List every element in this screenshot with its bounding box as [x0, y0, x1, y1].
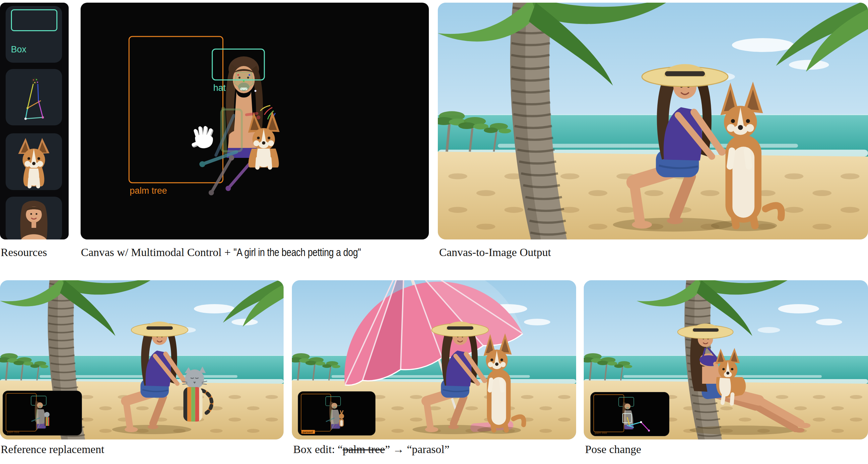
hand-cursor-icon — [193, 128, 213, 148]
dog-thumbnail — [6, 133, 62, 190]
resource-box-tile[interactable]: Box — [6, 6, 62, 63]
inset-canvas: palm tree — [590, 392, 669, 436]
svg-text:palm tree: palm tree — [7, 431, 19, 434]
box-edit-prefix: Box edit: “ — [293, 443, 343, 455]
result-box-edit: parasol — [292, 280, 576, 439]
canvas-to-image-output — [438, 3, 868, 240]
caption-resources: Resources — [1, 246, 47, 259]
box-edit-strike: palm tree — [343, 443, 385, 455]
inset-canvas: palm tree — [3, 391, 82, 435]
canvas-panel[interactable]: palm tree — [81, 3, 429, 240]
resource-dog-tile[interactable] — [6, 133, 62, 190]
box-outline-icon — [11, 9, 57, 31]
caption-canvas-prompt: "A girl in the beach petting a dog" — [234, 246, 361, 259]
box-edit-arrow: ” → “ — [385, 443, 412, 455]
caption-canvas-prefix: Canvas w/ Multimodal Control + — [81, 246, 234, 258]
caption-pose-change: Pose change — [585, 443, 641, 456]
palm-tree-box-label: palm tree — [130, 186, 167, 196]
box-label: Box — [11, 44, 27, 55]
canvas-svg: palm tree — [81, 3, 429, 240]
resource-girl-tile[interactable] — [6, 197, 62, 240]
resources-panel: Box — [0, 3, 69, 240]
svg-text:parasol: parasol — [303, 431, 313, 434]
box-edit-suffix: parasol” — [412, 443, 450, 455]
caption-box-edit: Box edit: “palm tree” → “parasol” — [293, 443, 450, 456]
svg-text:palm tree: palm tree — [595, 431, 607, 434]
result-pose-change: palm tree — [584, 280, 868, 439]
beach-photo-output — [438, 3, 868, 240]
figure-root: Box — [0, 0, 868, 464]
caption-output: Canvas-to-Image Output — [439, 246, 551, 259]
inset-canvas: parasol — [298, 391, 375, 435]
dog-reference-cutout[interactable] — [248, 111, 280, 167]
pose-skeleton-icon — [6, 69, 62, 125]
caption-reference-replacement: Reference replacement — [1, 443, 104, 456]
result-reference-replacement: palm tree — [0, 280, 284, 439]
resource-pose-tile[interactable] — [6, 69, 62, 125]
caption-canvas: Canvas w/ Multimodal Control + "A girl i… — [81, 246, 389, 259]
hat-box-label: hat — [213, 83, 226, 93]
girl-thumbnail — [6, 197, 62, 240]
